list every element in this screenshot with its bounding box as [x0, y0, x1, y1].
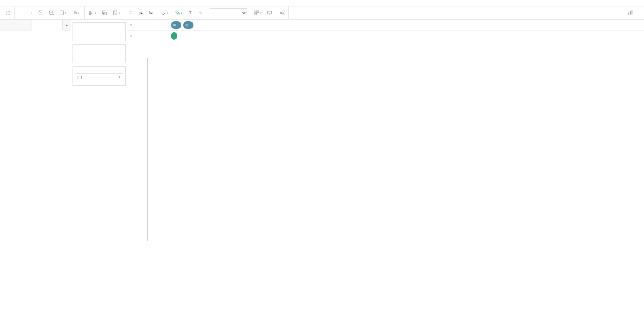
redo-icon[interactable]: →: [27, 9, 34, 16]
filters-title: [73, 45, 125, 49]
svg-rect-7: [257, 11, 259, 13]
pill-quarter-orderdate[interactable]: ⊞: [183, 21, 193, 29]
attachment-icon[interactable]: 📎▾: [173, 9, 184, 16]
summarize-heading: [0, 30, 71, 37]
marks-card: ▯▯ ▼: [72, 66, 126, 86]
svg-point-12: [283, 14, 284, 15]
sort-asc-icon[interactable]: [137, 9, 144, 16]
sort-desc-icon[interactable]: [147, 9, 154, 16]
pill-sum-sales[interactable]: [171, 32, 177, 40]
svg-rect-6: [255, 11, 256, 13]
tab-analytics[interactable]: [32, 20, 63, 30]
custom-heading: [0, 43, 71, 49]
svg-point-10: [280, 12, 282, 14]
svg-point-0: [49, 11, 53, 12]
column-header-title: [147, 47, 442, 48]
swap-rowscols-icon[interactable]: [127, 9, 134, 16]
svg-rect-15: [631, 10, 632, 15]
model-heading: [0, 37, 71, 43]
menubar: [0, 0, 644, 6]
clear-icon[interactable]: ▾: [111, 9, 121, 16]
undo-icon[interactable]: ←: [17, 9, 24, 16]
pin-icon[interactable]: ☆: [197, 9, 204, 16]
text-label-icon[interactable]: T: [187, 9, 194, 16]
rows-icon: ≡: [130, 34, 132, 38]
analytics-pane: ▸: [0, 20, 71, 313]
presentation-icon[interactable]: [266, 9, 273, 16]
new-sheet-icon[interactable]: ▾: [58, 9, 68, 16]
svg-rect-8: [255, 13, 256, 15]
svg-rect-9: [268, 11, 272, 14]
highlight-icon[interactable]: ▾: [160, 9, 170, 16]
chart: [147, 58, 644, 241]
svg-rect-13: [628, 13, 629, 15]
plot-area[interactable]: [147, 58, 442, 241]
tableau-logo-icon[interactable]: [5, 9, 12, 16]
svg-line-5: [114, 12, 116, 14]
chevron-down-icon: ▼: [118, 76, 121, 79]
tab-collapse-icon[interactable]: ▸: [63, 20, 71, 30]
swap-icon[interactable]: ▾: [87, 9, 98, 16]
show-me-button[interactable]: [628, 10, 642, 16]
svg-point-11: [283, 11, 284, 12]
cards-column: ▯▯ ▼: [71, 20, 127, 313]
fit-dropdown[interactable]: [210, 8, 247, 17]
columns-icon: ≡: [130, 23, 132, 27]
columns-shelf[interactable]: ≡ ⊞ ⊞: [127, 20, 644, 30]
expand-icon: ⊞: [185, 23, 188, 27]
show-cards-icon[interactable]: ▾: [253, 9, 263, 16]
show-me-icon: [628, 10, 633, 16]
bar-icon: ▯▯: [77, 75, 82, 80]
pages-title: [73, 23, 125, 27]
marks-type-dropdown[interactable]: ▯▯ ▼: [75, 73, 123, 81]
viz-area: ≡ ⊞ ⊞ ≡: [127, 20, 644, 313]
rows-shelf[interactable]: ≡: [127, 30, 644, 41]
share-icon[interactable]: [279, 9, 286, 16]
new-datasource-icon[interactable]: [48, 9, 55, 16]
tab-data[interactable]: [0, 20, 32, 30]
filters-card[interactable]: [72, 44, 126, 63]
svg-rect-14: [630, 11, 631, 15]
pill-year-orderdate[interactable]: ⊞: [171, 21, 181, 29]
refresh-icon[interactable]: ↻▾: [71, 9, 82, 16]
expand-icon: ⊞: [173, 23, 176, 27]
svg-rect-1: [60, 11, 63, 15]
save-icon[interactable]: [38, 9, 44, 16]
toolbar: ← → ▾ ↻▾ ▾ ▾ ▾ 📎▾ T ☆ ▾: [0, 6, 644, 20]
marks-title: [73, 67, 125, 71]
sheet-title[interactable]: [127, 41, 644, 47]
pages-card[interactable]: [72, 22, 126, 41]
duplicate-icon[interactable]: [101, 9, 108, 16]
